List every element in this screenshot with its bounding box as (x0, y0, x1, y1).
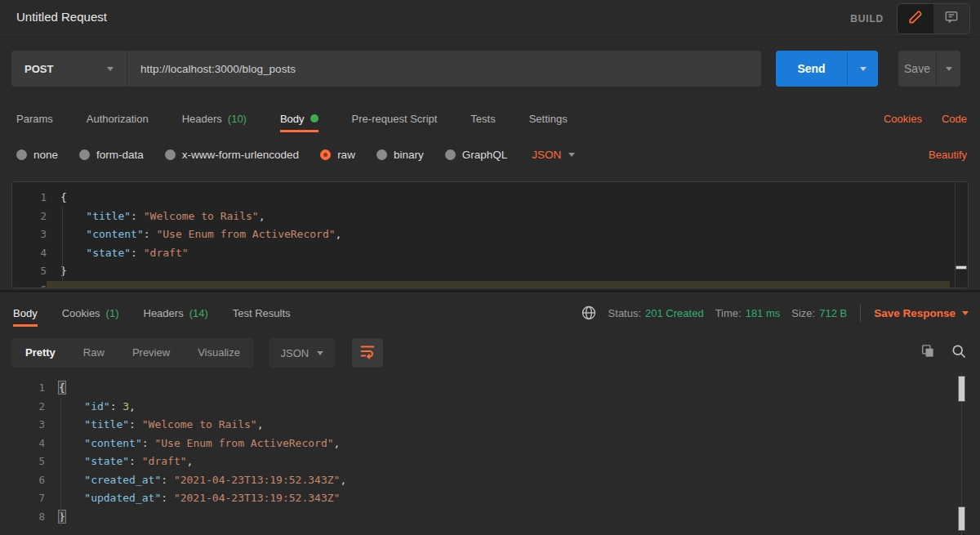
code-line: 2 "title": "Welcome to Rails", (12, 207, 968, 226)
code-content: "content": "Use Enum from ActiveRecord", (47, 225, 950, 244)
bodytype-form-data[interactable]: form-data (79, 149, 144, 161)
request-url-bar: POST http://localhost:3000/blog_posts (11, 51, 761, 87)
response-headers-count: (14) (189, 307, 208, 319)
bodytype-raw[interactable]: raw (320, 149, 355, 161)
line-number: 6 (12, 281, 47, 289)
headers-count: (10) (228, 113, 247, 125)
line-number: 3 (0, 416, 45, 435)
bodytype-binary[interactable]: binary (376, 149, 424, 161)
edit-mode-button[interactable] (898, 4, 933, 33)
code-line: 7 "updated_at": "2021-04-23T13:19:52.343… (0, 489, 980, 508)
code-content: "content": "Use Enum from ActiveRecord", (45, 435, 980, 453)
url-input[interactable]: http://localhost:3000/blog_posts (127, 63, 296, 75)
request-tabs: Params Authorization Headers(10) Body Pr… (0, 105, 980, 132)
response-format-select[interactable]: JSON (269, 338, 336, 368)
code-link[interactable]: Code (942, 113, 967, 125)
time-pair: Time:181 ms (715, 307, 781, 319)
response-body-viewer[interactable]: 1{2 "id": 3,3 "title": "Welcome to Rails… (0, 372, 980, 535)
body-type-row: none form-data x-www-form-urlencoded raw… (0, 140, 980, 168)
code-line: 5} (12, 262, 968, 281)
line-number: 2 (0, 398, 45, 417)
request-body-editor[interactable]: 1{2 "title": "Welcome to Rails",3 "conte… (11, 181, 969, 288)
save-button[interactable]: Save (898, 51, 936, 87)
time-value: 181 ms (746, 307, 781, 319)
code-line: 8} (0, 508, 980, 527)
view-tab-pretty[interactable]: Pretty (11, 338, 69, 368)
wrap-text-button[interactable] (352, 338, 383, 368)
send-button[interactable]: Send (776, 51, 847, 87)
comment-mode-button[interactable] (933, 4, 969, 33)
bodytype-none[interactable]: none (16, 149, 58, 161)
radio-icon (376, 149, 387, 160)
beautify-link[interactable]: Beautify (929, 149, 967, 161)
code-line: 3 "title": "Welcome to Rails", (0, 416, 980, 435)
response-tab-headers[interactable]: Headers(14) (144, 299, 208, 327)
bodytype-urlencoded[interactable]: x-www-form-urlencoded (165, 149, 299, 161)
send-options-button[interactable] (847, 51, 878, 87)
save-response-button[interactable]: Save Response (874, 307, 969, 319)
raw-language-select[interactable]: JSON (532, 149, 575, 161)
size-value: 712 B (819, 307, 847, 319)
copy-button[interactable] (920, 343, 936, 363)
copy-icon (920, 343, 936, 363)
response-tab-body[interactable]: Body (13, 299, 38, 327)
chevron-down-icon (568, 153, 575, 157)
method-label: POST (24, 63, 107, 75)
response-toolbar: Pretty Raw Preview Visualize JSON (0, 338, 980, 368)
line-number: 5 (0, 453, 45, 471)
mode-toggle (897, 3, 970, 34)
indent-guide (60, 398, 61, 526)
tab-tests[interactable]: Tests (470, 105, 495, 132)
body-has-content-dot (310, 114, 318, 123)
method-select[interactable]: POST (11, 51, 127, 87)
save-options-button[interactable] (936, 51, 960, 87)
code-content: "created_at": "2021-04-23T13:19:52.343Z"… (45, 471, 980, 490)
view-tab-raw[interactable]: Raw (69, 338, 118, 368)
code-content: "updated_at": "2021-04-23T13:19:52.343Z" (45, 489, 980, 508)
code-line: 1{ (0, 379, 980, 398)
bodytype-graphql[interactable]: GraphQL (445, 149, 508, 161)
response-tab-cookies[interactable]: Cookies(1) (62, 299, 119, 327)
view-tab-visualize[interactable]: Visualize (184, 338, 254, 368)
response-tabs: Body Cookies(1) Headers(14) Test Results… (0, 299, 980, 327)
search-button[interactable] (951, 343, 967, 363)
cookies-link[interactable]: Cookies (884, 113, 922, 125)
meta-divider (860, 304, 861, 322)
radio-icon (445, 149, 456, 160)
response-tab-test-results[interactable]: Test Results (233, 299, 291, 327)
line-number: 7 (0, 489, 45, 508)
section-divider (0, 290, 980, 292)
topbar-right: BUILD (850, 2, 970, 35)
tab-settings[interactable]: Settings (529, 105, 568, 132)
code-line: 1{ (12, 189, 968, 207)
build-mode-label: BUILD (850, 13, 884, 25)
code-content: "title": "Welcome to Rails", (47, 207, 950, 226)
radio-icon (165, 149, 176, 160)
search-icon (951, 343, 967, 363)
line-number: 6 (0, 471, 45, 490)
tab-headers[interactable]: Headers(10) (182, 105, 247, 132)
scrollbar-track (955, 182, 956, 288)
scrollbar-thumb[interactable] (956, 265, 967, 270)
chevron-down-icon (962, 311, 969, 315)
code-line: 6 (12, 281, 968, 289)
tab-authorization[interactable]: Authorization (87, 105, 149, 132)
code-content: "state": "draft" (47, 244, 950, 263)
tab-pre-request-script[interactable]: Pre-request Script (352, 105, 438, 132)
tab-body[interactable]: Body (280, 105, 318, 132)
view-tab-preview[interactable]: Preview (118, 338, 184, 368)
tab-params[interactable]: Params (16, 105, 53, 132)
code-line: 6 "created_at": "2021-04-23T13:19:52.343… (0, 471, 980, 490)
response-scrollbar-thumb[interactable] (958, 376, 965, 402)
code-content: "title": "Welcome to Rails", (45, 416, 980, 435)
radio-icon (16, 149, 27, 160)
code-content: "state": "draft", (45, 453, 980, 471)
chevron-down-icon (860, 67, 866, 71)
network-info-button[interactable] (581, 305, 597, 321)
request-title: Untitled Request (16, 10, 107, 24)
code-content: "id": 3, (45, 398, 980, 417)
cookies-count: (1) (106, 307, 119, 319)
line-number: 3 (12, 225, 47, 244)
response-scrollbar-thumb[interactable] (958, 506, 965, 531)
line-number: 4 (12, 244, 47, 263)
